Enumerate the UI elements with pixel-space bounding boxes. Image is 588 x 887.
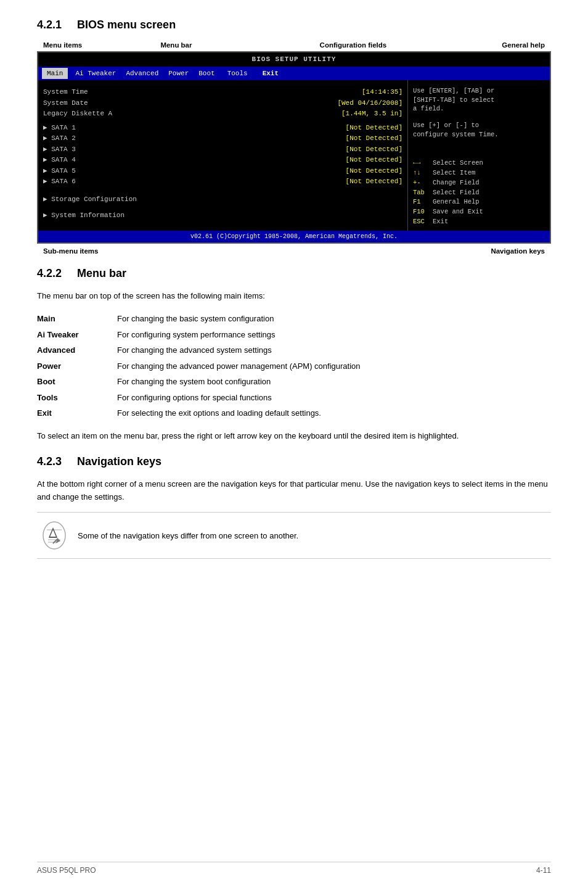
menu-item-main[interactable]: Main — [42, 68, 68, 80]
table-row: Ai Tweaker For configuring system perfor… — [37, 327, 551, 343]
menu-name-tools: Tools — [37, 390, 117, 406]
bios-right-panel: Use [ENTER], [TAB] or[SHIFT-TAB] to sele… — [408, 80, 550, 231]
table-row: Tools For configuring options for specia… — [37, 390, 551, 406]
label-submenu-items: Sub-menu items — [43, 247, 98, 255]
notice-box: Some of the navigation keys differ from … — [37, 512, 551, 559]
sata-4-row: ▶ SATA 4 [Not Detected] — [43, 155, 402, 165]
submenu-storage: ▶ Storage Configuration — [43, 194, 402, 205]
help-text-2: Use [+] or [-] toconfigure system Time. — [413, 121, 545, 139]
label-general-help: General help — [502, 41, 545, 49]
bios-title-bar: BIOS SETUP UTILITY — [38, 52, 550, 67]
section-422: 4.2.2 Menu bar The menu bar on top of th… — [37, 267, 551, 443]
menu-desc-tools: For configuring options for special func… — [117, 390, 551, 406]
menu-item-advanced[interactable]: Advanced — [121, 68, 163, 80]
navigation-keys-panel: ←→Select Screen ↑↓Select Item +-Change F… — [413, 159, 545, 226]
help-text-1: Use [ENTER], [TAB] or[SHIFT-TAB] to sele… — [413, 86, 545, 113]
submenu-system-info: ▶ System Information — [43, 210, 402, 221]
page-footer: ASUS P5QL PRO 4-11 — [37, 862, 551, 875]
sata-1-row: ▶ SATA 1 [Not Detected] — [43, 123, 402, 133]
section-422-intro: The menu bar on top of the screen has th… — [37, 290, 551, 303]
label-menu-bar: Menu bar — [160, 41, 192, 49]
section-422-heading: 4.2.2 Menu bar — [37, 267, 551, 280]
menu-name-boot: Boot — [37, 374, 117, 390]
menu-name-ai-tweaker: Ai Tweaker — [37, 327, 117, 343]
footer-left: ASUS P5QL PRO — [37, 866, 96, 875]
field-system-date: System Date [Wed 04/16/2008] — [43, 98, 402, 109]
menu-item-exit[interactable]: Exit — [258, 68, 284, 80]
section-423-desc: At the bottom right corner of a menu scr… — [37, 478, 551, 504]
table-row: Advanced For changing the advanced syste… — [37, 342, 551, 358]
bios-screen: BIOS SETUP UTILITY Main Ai Tweaker Advan… — [37, 51, 551, 244]
table-row: Power For changing the advanced power ma… — [37, 358, 551, 374]
label-navigation-keys: Navigation keys — [491, 247, 545, 255]
diagram-labels-bottom: Sub-menu items Navigation keys — [37, 247, 551, 255]
field-system-time: System Time [14:14:35] — [43, 87, 402, 97]
menu-name-exit: Exit — [37, 405, 117, 421]
bios-footer: v02.61 (C)Copyright 1985-2008, American … — [38, 231, 550, 242]
sata-5-row: ▶ SATA 5 [Not Detected] — [43, 166, 402, 176]
menu-desc-power: For changing the advanced power manageme… — [117, 358, 551, 374]
menu-item-boot[interactable]: Boot — [194, 68, 219, 80]
svg-point-0 — [43, 522, 65, 549]
section-422-note: To select an item on the menu bar, press… — [37, 430, 551, 443]
field-legacy-diskette: Legacy Diskette A [1.44M, 3.5 in] — [43, 109, 402, 119]
menu-item-power[interactable]: Power — [163, 68, 194, 80]
bios-left-panel: System Time [14:14:35] System Date [Wed … — [38, 80, 408, 231]
menu-name-power: Power — [37, 358, 117, 374]
notice-icon — [41, 520, 68, 551]
section-421-heading: 4.2.1 BIOS menu screen — [37, 19, 551, 31]
sata-2-row: ▶ SATA 2 [Not Detected] — [43, 133, 402, 144]
menu-name-main: Main — [37, 311, 117, 327]
table-row: Main For changing the basic system confi… — [37, 311, 551, 327]
menu-desc-advanced: For changing the advanced system setting… — [117, 342, 551, 358]
sata-6-row: ▶ SATA 6 [Not Detected] — [43, 176, 402, 187]
label-menu-items: Menu items — [43, 41, 82, 49]
menu-desc-main: For changing the basic system configurat… — [117, 311, 551, 327]
menu-item-tools[interactable]: Tools — [223, 68, 253, 80]
table-row: Boot For changing the system boot config… — [37, 374, 551, 390]
section-423-heading: 4.2.3 Navigation keys — [37, 455, 551, 468]
menu-desc-ai-tweaker: For configuring system performance setti… — [117, 327, 551, 343]
menu-desc-boot: For changing the system boot configurati… — [117, 374, 551, 390]
label-config-fields: Configuration fields — [320, 41, 387, 49]
sata-3-row: ▶ SATA 3 [Not Detected] — [43, 144, 402, 155]
table-row: Exit For selecting the exit options and … — [37, 405, 551, 421]
footer-right: 4-11 — [536, 866, 551, 875]
section-421: 4.2.1 BIOS menu screen Menu items Menu b… — [37, 19, 551, 255]
notice-text: Some of the navigation keys differ from … — [78, 530, 298, 542]
bios-content: System Time [14:14:35] System Date [Wed … — [38, 80, 550, 231]
menu-bar-table: Main For changing the basic system confi… — [37, 311, 551, 421]
diagram-labels-top: Menu items Menu bar Configuration fields… — [37, 41, 551, 49]
menu-name-advanced: Advanced — [37, 342, 117, 358]
section-423: 4.2.3 Navigation keys At the bottom righ… — [37, 455, 551, 559]
bios-menu-bar: Main Ai Tweaker Advanced Power Boot Tool… — [38, 67, 550, 81]
menu-desc-exit: For selecting the exit options and loadi… — [117, 405, 551, 421]
menu-item-ai-tweaker[interactable]: Ai Tweaker — [70, 68, 121, 80]
